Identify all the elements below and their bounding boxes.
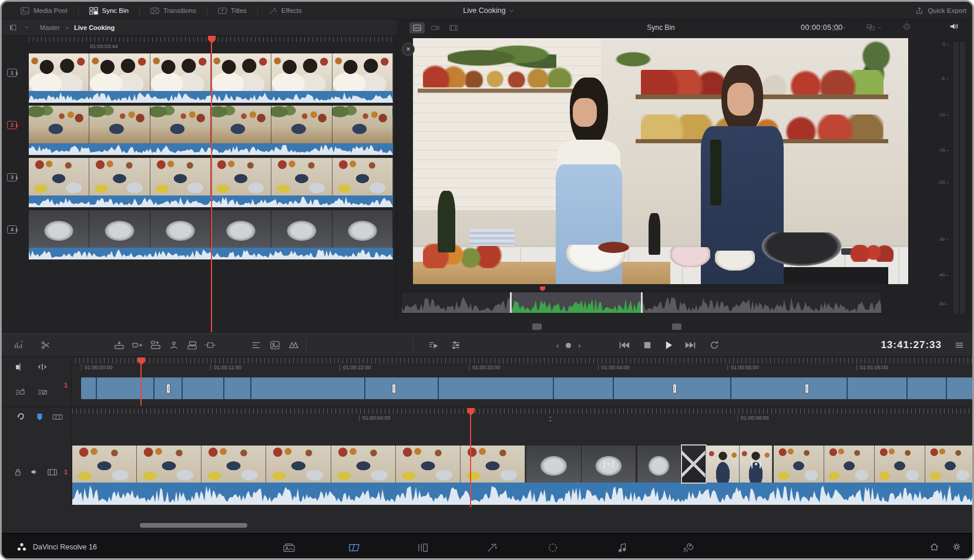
- track-audio-icon[interactable]: [30, 468, 39, 476]
- close-viewer-button[interactable]: ×: [402, 43, 415, 56]
- clip-thumbnail[interactable]: [824, 446, 875, 483]
- jog-dot-icon[interactable]: [566, 343, 571, 348]
- multicam-thumbnail[interactable]: [29, 106, 89, 143]
- selection-handle-left[interactable]: [510, 292, 512, 313]
- track-video-icon[interactable]: [48, 468, 57, 476]
- timeline-clip-2[interactable]: [526, 446, 636, 483]
- multicam-thumbnail[interactable]: [271, 106, 332, 143]
- clip-thumbnail[interactable]: [201, 446, 266, 483]
- clip-thumbnail[interactable]: [740, 446, 773, 483]
- clip-boundary[interactable]: [613, 377, 614, 399]
- quick-export-button[interactable]: Quick Export: [915, 2, 966, 19]
- clip-boundary[interactable]: [946, 377, 947, 399]
- multicam-thumbnail[interactable]: [29, 210, 89, 248]
- multicam-thumbnail[interactable]: [211, 210, 271, 248]
- upper-playhead-handle[interactable]: [137, 357, 145, 365]
- clip-boundary[interactable]: [438, 377, 439, 399]
- home-button[interactable]: [929, 542, 939, 554]
- lower-timeline-ruler[interactable]: [72, 409, 974, 414]
- camera-angle-label-1[interactable]: 1: [7, 66, 17, 77]
- clip-thumbnail[interactable]: [266, 446, 331, 483]
- track-lock-icon[interactable]: [14, 468, 22, 477]
- page-button-color[interactable]: [536, 538, 569, 557]
- upper-timeline-clip-bar[interactable]: [81, 377, 974, 399]
- multicam-thumbnail[interactable]: [150, 210, 211, 248]
- transition-button[interactable]: [288, 340, 299, 350]
- strip-zoom-knob-right[interactable]: [672, 323, 681, 330]
- tool-strip-icon[interactable]: [52, 413, 63, 421]
- timeline-clip-4[interactable]: [682, 446, 706, 483]
- clip-boundary[interactable]: [553, 377, 554, 399]
- jog-left-icon[interactable]: ‹: [556, 341, 559, 350]
- multicam-thumbnail[interactable]: [89, 106, 150, 143]
- timeline-clip-3[interactable]: [637, 446, 681, 483]
- page-button-fairlight[interactable]: [606, 538, 639, 557]
- collapse-chevron-icon[interactable]: ⌄⌄: [548, 414, 553, 421]
- viewer-zoom-dropdown[interactable]: [832, 24, 847, 32]
- clip-thumbnail[interactable]: [331, 446, 396, 483]
- viewer-video-frame[interactable]: [413, 38, 908, 284]
- page-button-fusion[interactable]: [476, 538, 509, 557]
- review-button[interactable]: [428, 340, 439, 350]
- camera-angle-label-2[interactable]: 2: [7, 119, 17, 129]
- multicam-thumbnail[interactable]: [89, 210, 150, 248]
- jog-right-icon[interactable]: ›: [578, 341, 580, 350]
- horizontal-scrollbar[interactable]: [140, 523, 247, 528]
- edit-point-marker[interactable]: [392, 383, 396, 393]
- breadcrumb-root[interactable]: Master: [40, 24, 60, 31]
- clip-boundary[interactable]: [730, 377, 731, 399]
- timeline-clip-5[interactable]: [707, 446, 773, 483]
- edit-point-marker[interactable]: [673, 383, 677, 393]
- page-button-deliver[interactable]: [671, 538, 704, 557]
- multicam-thumbnail[interactable]: [332, 210, 393, 248]
- selection-handle-right[interactable]: [641, 292, 643, 313]
- clip-thumbnail[interactable]: [707, 446, 740, 483]
- clip-boundary[interactable]: [847, 377, 848, 399]
- multicam-thumbnail[interactable]: [29, 158, 89, 195]
- still-frame-button[interactable]: [270, 340, 280, 350]
- tab-effects[interactable]: Effects: [258, 2, 313, 19]
- clip-thumbnail[interactable]: [637, 446, 681, 483]
- edit-point-marker[interactable]: [805, 383, 809, 393]
- smart-insert-button[interactable]: [113, 340, 125, 350]
- lower-playhead[interactable]: [470, 409, 471, 507]
- clip-boundary[interactable]: [182, 377, 183, 399]
- multicam-thumbnail[interactable]: [332, 53, 393, 91]
- clip-thumbnail[interactable]: [582, 446, 637, 483]
- clip-thumbnail[interactable]: [137, 446, 201, 483]
- bin-clip-icon[interactable]: [9, 23, 17, 32]
- tab-titles[interactable]: Titles: [207, 2, 257, 19]
- go-to-end-button[interactable]: [685, 341, 696, 350]
- jog-controls[interactable]: ‹›: [556, 334, 581, 356]
- upper-playhead[interactable]: [140, 359, 142, 406]
- snapping-magnet-icon[interactable]: [16, 412, 25, 421]
- edit-point-marker[interactable]: [166, 383, 170, 393]
- camera-angle-label-3[interactable]: 3: [7, 171, 17, 181]
- tab-media-pool[interactable]: Media Pool: [10, 2, 78, 19]
- fast-review-icon[interactable]: [15, 387, 25, 397]
- page-button-cut[interactable]: [338, 538, 371, 557]
- strip-zoom-knob-left[interactable]: [532, 323, 542, 330]
- stop-button[interactable]: [643, 341, 651, 349]
- page-button-media[interactable]: [273, 538, 305, 557]
- clip-thumbnail[interactable]: [526, 446, 582, 483]
- multicam-thumbnail[interactable]: [29, 53, 89, 91]
- clip-thumbnail[interactable]: [925, 446, 974, 483]
- play-button[interactable]: [664, 341, 673, 350]
- zoom-full-icon[interactable]: [15, 362, 25, 372]
- multicam-thumbnail[interactable]: [332, 158, 393, 195]
- clip-thumbnail[interactable]: [72, 446, 137, 483]
- clip-boundary[interactable]: [223, 377, 224, 399]
- timeline-clip-6[interactable]: [774, 446, 974, 483]
- clip-boundary[interactable]: [364, 377, 365, 399]
- tab-sync-bin[interactable]: Sync Bin: [79, 2, 139, 19]
- multicam-thumbnail[interactable]: [150, 158, 211, 195]
- append-button[interactable]: [132, 340, 143, 350]
- multicam-thumbnail[interactable]: [271, 53, 332, 91]
- overview-selection[interactable]: [511, 292, 641, 313]
- go-to-start-button[interactable]: [619, 341, 630, 350]
- clip-boundary[interactable]: [250, 377, 251, 399]
- timeline-clip-1[interactable]: [72, 446, 525, 483]
- multicam-thumbnail[interactable]: [150, 106, 211, 143]
- viewer-mode-camera-icon[interactable]: [428, 22, 443, 33]
